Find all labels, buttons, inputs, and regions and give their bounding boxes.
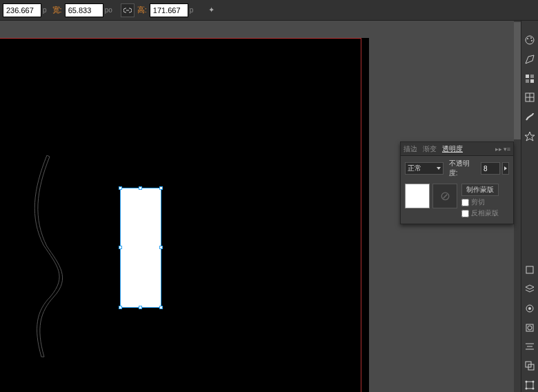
transparency-panel: 描边 渐变 透明度 ▸▸ ▾≡ 正常 不透明度: ⊘ 制作蒙版 剪切 反相蒙版: [400, 141, 514, 224]
artboard[interactable]: [0, 38, 369, 392]
x-field[interactable]: [3, 3, 41, 17]
scrollbar-thumb[interactable]: [514, 22, 521, 139]
shape-mode-icon[interactable]: ✦: [204, 3, 218, 17]
tab-gradient[interactable]: 渐变: [423, 144, 437, 154]
panel-tabs: 描边 渐变 透明度 ▸▸ ▾≡: [401, 142, 513, 156]
opacity-stepper[interactable]: [502, 162, 509, 175]
make-mask-button[interactable]: 制作蒙版: [461, 184, 499, 196]
link-wh-icon[interactable]: [121, 3, 134, 17]
svg-point-0: [526, 36, 534, 44]
palette-icon[interactable]: [523, 33, 537, 47]
svg-point-1: [527, 38, 528, 39]
swatch-icon[interactable]: [523, 72, 537, 86]
tab-stroke[interactable]: 描边: [404, 144, 417, 154]
graphic-styles-icon[interactable]: [523, 321, 537, 335]
layers-icon[interactable]: [523, 282, 537, 296]
svg-rect-7: [530, 79, 534, 83]
opacity-field[interactable]: [481, 162, 500, 175]
svg-point-13: [528, 307, 531, 310]
panel-collapse-icon[interactable]: ▸▸: [495, 146, 502, 153]
vertical-scrollbar[interactable]: [514, 21, 521, 392]
control-bar: p 宽: po 高: p ✦: [0, 0, 538, 21]
mask-thumbnail[interactable]: ⊘: [432, 184, 457, 208]
tab-transparency[interactable]: 透明度: [442, 144, 463, 154]
svg-point-15: [528, 326, 532, 330]
clip-label: 剪切: [471, 197, 485, 207]
height-unit: p: [190, 6, 194, 14]
blend-mode-value: 正常: [408, 164, 421, 173]
x-unit: p: [43, 6, 47, 14]
svg-rect-21: [526, 382, 533, 389]
pathfinder-icon[interactable]: [523, 359, 537, 373]
clip-check-input[interactable]: [461, 199, 469, 206]
width-field[interactable]: [65, 3, 103, 17]
pen-icon[interactable]: [523, 52, 537, 66]
align-icon[interactable]: [523, 340, 537, 354]
svg-point-3: [531, 40, 532, 41]
invert-check-input[interactable]: [461, 210, 469, 217]
svg-rect-4: [526, 75, 529, 78]
svg-rect-5: [530, 75, 534, 78]
artboard-icon[interactable]: [523, 263, 537, 277]
invert-label: 反相蒙版: [471, 208, 499, 218]
svg-point-23: [532, 381, 535, 383]
transform-icon[interactable]: [523, 378, 537, 392]
svg-rect-6: [526, 79, 529, 83]
height-label: 高:: [137, 5, 147, 15]
invert-mask-checkbox[interactable]: 反相蒙版: [461, 208, 499, 218]
object-thumbnail[interactable]: [405, 184, 430, 208]
chevron-down-icon: [437, 167, 441, 170]
blend-mode-select[interactable]: 正常: [405, 162, 444, 175]
brush-icon[interactable]: [523, 110, 537, 124]
width-label: 宽:: [52, 5, 62, 15]
selected-rectangle[interactable]: [121, 188, 161, 307]
width-unit: po: [105, 6, 112, 14]
panel-menu-icon[interactable]: ▾≡: [504, 146, 510, 153]
svg-rect-11: [526, 266, 533, 273]
svg-point-24: [526, 388, 528, 390]
svg-point-25: [532, 388, 535, 390]
symbol-icon[interactable]: [523, 129, 537, 143]
grid-icon[interactable]: [523, 90, 537, 104]
opacity-label: 不透明度:: [449, 159, 478, 178]
svg-point-2: [530, 37, 532, 39]
height-field[interactable]: [150, 3, 188, 17]
clip-checkbox[interactable]: 剪切: [461, 197, 499, 207]
appearance-icon[interactable]: [523, 302, 537, 315]
svg-point-22: [526, 381, 528, 383]
panel-dock: [521, 21, 538, 392]
